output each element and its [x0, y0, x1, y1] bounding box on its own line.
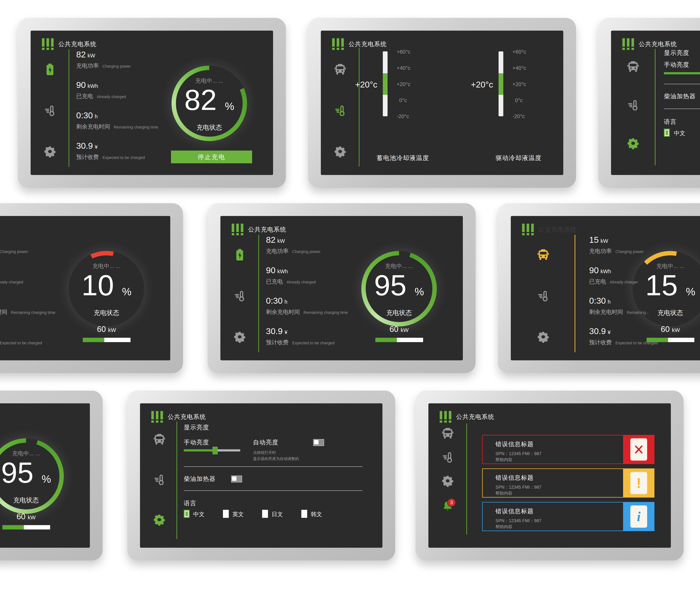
- app-title: 公交充电系统: [538, 226, 577, 234]
- error-icon-panel: !: [623, 468, 655, 498]
- stat-already-charged: 90kWh 已充电Already charged: [266, 265, 348, 296]
- charge-state-label: 充电状态: [171, 123, 247, 132]
- stat-charging-power: 82kW 充电功率Charging power: [266, 235, 348, 265]
- brightness-slider[interactable]: [664, 72, 700, 74]
- charge-ring-gauge: 充电中... ... 10 % 充电状态: [69, 251, 144, 326]
- divider: [176, 422, 177, 539]
- stat-expected-charge: 30.9¥ 预计收费Expected to be charged: [266, 326, 348, 357]
- settings-gear-icon[interactable]: [44, 145, 56, 158]
- tablet-settings-cropped: 公共充电系统 显示亮度 手动亮度 柴油加热器 语言 中文: [598, 18, 700, 188]
- stat-charging-power: 82kW 充电功率Charging power: [0, 235, 55, 265]
- language-checkbox-en[interactable]: [223, 510, 229, 518]
- settings-gear-icon[interactable]: [153, 514, 165, 526]
- divider: [69, 50, 69, 167]
- error-icon-panel: i: [623, 502, 655, 531]
- charge-ring-gauge: 充电中... ... 95 % 充电状态: [361, 251, 437, 326]
- temperature-icon[interactable]: [334, 104, 346, 117]
- settings-gear-icon[interactable]: [334, 145, 346, 158]
- app-title: 公共充电系统: [248, 226, 287, 234]
- app-title: 公共充电系统: [456, 413, 494, 421]
- tablet-charging-10: 公共充电系统 82kW 充电功率Charging power 90kWh 已充电…: [0, 203, 183, 373]
- drive-coolant-label: 驱动冷却液温度: [480, 154, 557, 162]
- app-logo-icon: [522, 224, 534, 235]
- divider: [466, 423, 467, 535]
- settings-gear-icon[interactable]: [442, 475, 454, 487]
- settings-gear-icon[interactable]: [234, 331, 246, 343]
- power-progress-bar: [2, 525, 50, 529]
- charge-percent: 15 %: [633, 268, 700, 302]
- charge-percent: 10 %: [69, 268, 144, 302]
- brightness-slider-handle[interactable]: [212, 447, 218, 454]
- battery-charging-icon[interactable]: [44, 63, 56, 75]
- bus-icon[interactable]: [334, 63, 346, 75]
- power-limit-label: 60 kW: [372, 325, 426, 334]
- divider: [359, 48, 360, 166]
- section-divider: [664, 84, 700, 84]
- tablet-charging-95-cropped: 公共充电系统 充电中... ... 95 % 充电状态 60 kW: [0, 391, 103, 560]
- battery-charging-icon[interactable]: [234, 249, 246, 261]
- divider: [258, 235, 259, 352]
- language-header: 语言: [664, 118, 677, 126]
- battery-coolant-value: +20°c: [332, 79, 377, 90]
- language-checkbox-zh[interactable]: [184, 510, 190, 518]
- bus-icon[interactable]: [442, 427, 454, 439]
- language-checkbox-ja[interactable]: [262, 510, 268, 518]
- screen: 公共充电系统 充电中... ... 95 % 充电状态 60 kW: [0, 403, 90, 548]
- power-progress-bar: [375, 338, 423, 342]
- bus-icon[interactable]: [627, 61, 639, 73]
- charging-stats: 82kW 充电功率Charging power 90kWh 已充电Already…: [0, 235, 55, 357]
- stat-remaining-time: 0:30h 剩余充电时间Remaining charging time: [76, 110, 158, 141]
- charge-percent: 95 %: [361, 268, 437, 302]
- temperature-icon[interactable]: [627, 99, 639, 111]
- brightness-slider[interactable]: [184, 449, 240, 452]
- battery-coolant-label: 蓄电池冷却液温度: [365, 154, 441, 162]
- app-title: 公共充电系统: [639, 40, 677, 48]
- section-divider: [664, 109, 700, 109]
- language-checkbox-ko[interactable]: [301, 510, 307, 518]
- bus-icon[interactable]: [153, 433, 165, 446]
- power-limit-label: 60 kW: [0, 512, 54, 521]
- error-card-critical[interactable]: 错误信息标题 SPN：12345 FMI：987 帮助内容: [482, 435, 655, 464]
- stat-already-charged: 90kWh 已充电Already charged: [0, 265, 55, 296]
- power-progress-bar: [83, 338, 131, 342]
- temperature-icon[interactable]: [153, 473, 165, 486]
- temperature-icon[interactable]: [234, 290, 246, 302]
- charging-stats: 82kW 充电功率Charging power 90kWh 已充电Already…: [76, 50, 158, 171]
- screen: 公共充电系统 显示亮度 手动亮度 柴油加热器 语言 中文: [611, 31, 700, 175]
- info-icon: i: [630, 505, 647, 528]
- auto-brightness-toggle[interactable]: [313, 439, 324, 446]
- screen: 公共充电系统 82kW 充电功率Charging power 90kWh 已充电…: [0, 216, 170, 360]
- charge-state-label: 充电状态: [361, 308, 437, 317]
- auto-brightness-hint: 当按钮打开时: [253, 450, 276, 455]
- bus-icon[interactable]: [537, 249, 549, 261]
- screen: 公共充电系统 +60°c +40°c +20°c 0°c -20°c +20°c…: [321, 31, 563, 175]
- app-logo-icon: [622, 38, 634, 50]
- screen: 公共充电系统 显示亮度 手动亮度 自动亮度 当按钮打开时 显示器的亮度为自动调整…: [140, 403, 382, 548]
- divider: [575, 235, 575, 352]
- error-card-warning[interactable]: 错误信息标题 SPN：12345 FMI：987 帮助内容 !: [482, 468, 655, 498]
- app-logo-icon: [232, 224, 243, 235]
- screen: 公共充电系统 82kW 充电功率Charging power 90kWh 已充电…: [221, 216, 463, 360]
- diesel-heater-label: 柴油加热器: [184, 475, 215, 483]
- error-card-info[interactable]: 错误信息标题 SPN：12345 FMI：987 帮助内容 i: [482, 502, 655, 531]
- temperature-icon[interactable]: [442, 451, 454, 463]
- diesel-heater-toggle[interactable]: [231, 475, 242, 483]
- screen: 公共充电系统 3 错误信息标题 SPN：12345 FMI：987 帮助内容 错…: [428, 403, 671, 548]
- auto-brightness-hint: 显示器的亮度为自动调整的: [253, 456, 299, 461]
- charge-state-label: 充电状态: [69, 308, 144, 317]
- x-icon: [630, 438, 647, 461]
- app-title: 公共充电系统: [58, 40, 97, 48]
- manual-brightness-label: 手动亮度: [184, 438, 209, 447]
- error-icon-panel: [623, 435, 655, 464]
- settings-gear-icon[interactable]: [627, 137, 639, 149]
- notifications-bell-icon[interactable]: 3: [442, 500, 454, 512]
- app-logo-icon: [440, 411, 452, 423]
- stop-charging-button[interactable]: 停止充电: [171, 151, 252, 163]
- language-checkbox-zh[interactable]: [664, 129, 670, 137]
- power-limit-label: 60 kW: [79, 325, 134, 334]
- temperature-icon[interactable]: [537, 290, 549, 302]
- tablet-charging-95: 公共充电系统 82kW 充电功率Charging power 90kWh 已充电…: [208, 203, 476, 373]
- tablet-charging-82: 公共充电系统 82kW 充电功率Charging power 90kWh 已充电…: [18, 18, 286, 188]
- temperature-icon[interactable]: [44, 104, 56, 117]
- settings-gear-icon[interactable]: [537, 331, 549, 343]
